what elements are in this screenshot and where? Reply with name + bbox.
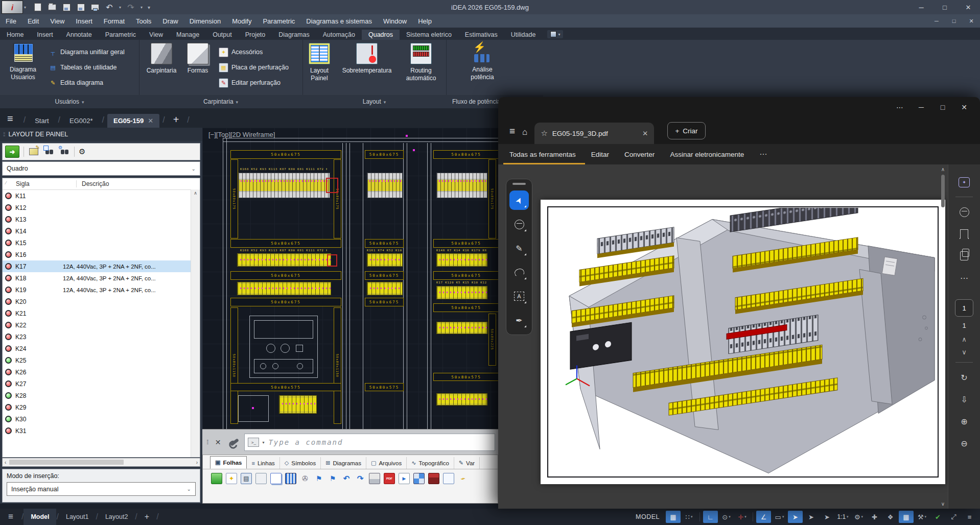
statusbar-menu-icon[interactable]: ≡ (962, 511, 977, 523)
ribbon-tab-utilidade[interactable]: Utilidade (504, 30, 543, 40)
scroll-left-icon[interactable]: ‹ (5, 460, 6, 465)
search-frame-icon[interactable] (43, 147, 55, 157)
new-file-icon[interactable] (33, 3, 42, 12)
command-grip-icon[interactable]: ⁞⁞ (206, 439, 208, 446)
model-space-label[interactable]: MODEL (636, 513, 660, 520)
redo-sheet-icon[interactable]: ↷ (355, 473, 365, 484)
toolbox-icon[interactable] (428, 473, 439, 484)
save-icon[interactable] (62, 3, 71, 12)
paperclip-icon[interactable]: ✇ (300, 473, 310, 484)
polar-tracking-icon[interactable]: ⊙▾ (719, 511, 734, 523)
create-button[interactable]: + Criar (667, 122, 705, 139)
star-icon[interactable]: ☆ (541, 129, 547, 138)
tabelas-utilidade-button[interactable]: ▤ Tabelas de utilidade (49, 61, 117, 74)
redo-icon[interactable]: ↷ (126, 3, 135, 12)
scroll-right-icon[interactable]: › (196, 460, 198, 465)
edita-diagrama-button[interactable]: ✎ Edita diagrama (49, 77, 103, 89)
print-icon[interactable] (90, 3, 100, 12)
pdf-minimize-button[interactable]: ─ (911, 99, 932, 115)
entity-tracking-icon[interactable]: ✛▾ (735, 511, 750, 523)
cad-viewport[interactable]: [−][Top][2D Wireframe] 50x80x675 50x80x1… (202, 128, 498, 429)
diagrama-usuarios-button[interactable]: DiagramaUsuarios (1, 43, 45, 81)
pdf-close-button[interactable]: ✕ (953, 99, 975, 115)
copy-sheets-icon[interactable] (270, 473, 282, 484)
rotate-page-icon[interactable]: ↻ (955, 369, 973, 386)
new-tab-button[interactable]: + (173, 114, 179, 126)
esign-button[interactable]: Assinar eletronicamente (670, 151, 744, 158)
panel-columns-icon[interactable] (285, 473, 296, 484)
ribbon-tab-sistema-eletrico[interactable]: Sistema eletrico (400, 30, 458, 40)
new-layout-button[interactable]: + (137, 509, 156, 525)
export-page-icon[interactable]: ⇩ (955, 391, 973, 408)
ribbon-tab-quadros[interactable]: Quadros (362, 30, 400, 40)
settings-gear-icon[interactable]: ⚙▾ (851, 511, 866, 523)
doc-tab-start[interactable]: Start (29, 114, 55, 128)
panel-title-bar[interactable]: ⁞⁞ LAYOUT DE PAINEL (0, 128, 202, 141)
analise-potencia-button[interactable]: Análisepotência (460, 43, 504, 81)
gear-icon[interactable]: ⚙ (79, 147, 85, 156)
pdf-maximize-button[interactable]: □ (932, 99, 953, 115)
ribbon-tab-insert[interactable]: Insert (30, 30, 59, 40)
rail-drag-handle[interactable] (512, 183, 526, 185)
table-row[interactable]: K27 (3, 378, 200, 390)
table-row[interactable]: K11 (3, 190, 200, 202)
menu-modify[interactable]: Modify (226, 14, 257, 28)
menu-diagramas-sistemas[interactable]: Diagramas e sistemas (300, 14, 378, 28)
tab-folhas[interactable]: ▣Folhas (210, 456, 247, 469)
table-row[interactable]: K28 (3, 390, 200, 401)
placa-perfuracao-button[interactable]: ▦ Placa de perfuração (219, 61, 289, 74)
doc-tab-eg05-159[interactable]: EG05-159✕ (107, 114, 159, 128)
ribbon-options-button[interactable]: ▾ (547, 30, 563, 38)
doc-minimize-button[interactable]: ─ (928, 15, 945, 27)
layout-tab-model[interactable]: Model (24, 509, 56, 525)
grid-toggle-icon[interactable]: ▦ (666, 511, 681, 523)
routing-automatico-button[interactable]: Routingautomático (400, 43, 442, 82)
undo-caret-icon[interactable]: ▾ (119, 5, 121, 10)
layout-menu-icon[interactable]: ≡ (8, 512, 13, 522)
quad-toggle-icon[interactable]: ▦ (899, 511, 914, 523)
menu-insert[interactable]: Insert (70, 14, 98, 28)
pages-panel-icon[interactable] (955, 247, 973, 265)
table-row[interactable]: K20 (3, 296, 200, 307)
maximize-button[interactable]: □ (933, 0, 956, 14)
tab-simbolos[interactable]: ◇Símbolos (280, 457, 321, 469)
acessorios-button[interactable]: ✦ Acessórios (219, 46, 263, 58)
customization-wrench-icon[interactable]: ⚒▾ (915, 511, 929, 523)
snap-grid-icon[interactable]: ∷▾ (682, 511, 696, 523)
page-number-input[interactable]: 1 (955, 299, 973, 317)
pdf-menu-icon[interactable]: ≡ (509, 126, 515, 137)
fit-view-icon[interactable]: ⤢ (946, 511, 961, 523)
prompt-caret-icon[interactable]: ▾ (262, 440, 264, 445)
doc-close-button[interactable]: ✕ (963, 15, 980, 27)
pdf-export-icon[interactable]: PDF (384, 473, 395, 484)
previous-page-icon[interactable]: ∧ (962, 336, 967, 343)
frame-icon[interactable] (443, 473, 454, 484)
ribbon-tab-parametric[interactable]: Parametric (99, 30, 143, 40)
all-tools-button[interactable]: Todas as ferramentas (509, 151, 576, 158)
pdf-page[interactable] (541, 200, 945, 484)
layout-tab-layout2[interactable]: Layout2 (98, 509, 135, 525)
annotation-monitor-icon[interactable]: ✔ (930, 511, 945, 523)
doc-restore-button[interactable]: □ (945, 15, 963, 27)
table-vertical-scrollbar[interactable]: ∧ (191, 189, 200, 457)
ortho-toggle-icon[interactable]: ∟ (703, 511, 718, 523)
table-row[interactable]: K24 (3, 343, 200, 354)
lasso-draw-tool[interactable] (509, 262, 529, 282)
table-row[interactable]: K29 (3, 401, 200, 413)
table-row[interactable]: K31 (3, 425, 200, 437)
selection-window-icon[interactable]: ▭▾ (772, 511, 787, 523)
cleanup-icon[interactable]: ⌁ (456, 472, 470, 485)
tab-topografico[interactable]: ∿Topográfico (407, 457, 454, 469)
close-button[interactable]: ✕ (956, 0, 980, 14)
insertion-mode-dropdown[interactable]: Inserção manual⌄ (7, 482, 196, 496)
menu-help[interactable]: Help (412, 14, 437, 28)
open-file-icon[interactable] (48, 3, 57, 12)
group-label-usuarios[interactable]: Usuários (0, 95, 139, 108)
pdf-document-tab[interactable]: ☆ EG05-159_3D.pdf ✕ (534, 123, 654, 144)
tab-close-icon[interactable]: ✕ (148, 117, 153, 125)
layout-painel-button[interactable]: LayoutPainel (304, 43, 335, 82)
save-sheet-icon[interactable]: ▤ (241, 473, 252, 484)
group-label-carpintaria[interactable]: Carpintaria (139, 95, 302, 108)
menu-dimension[interactable]: Dimension (184, 14, 226, 28)
menu-file[interactable]: File (0, 14, 22, 28)
